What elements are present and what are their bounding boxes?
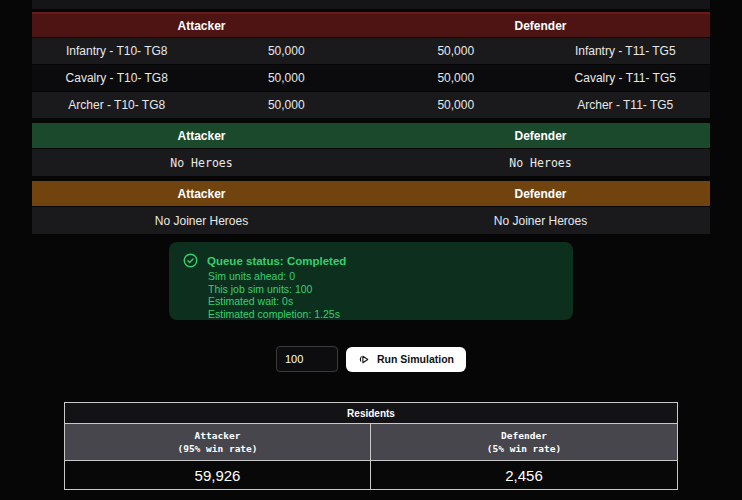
attacker-joiners-value: No Joiner Heroes (32, 214, 371, 228)
defender-troop-count: 50,000 (371, 98, 541, 112)
table-row: Cavalry - T10- TG8 50,000 50,000 Cavalry… (32, 65, 710, 91)
attacker-result-label: Attacker (195, 429, 241, 442)
defender-heroes-value: No Heroes (371, 156, 710, 170)
joiners-defender-header: Defender (371, 187, 710, 201)
heroes-defender-header: Defender (371, 129, 710, 143)
attacker-residents-value: 59,926 (65, 461, 371, 489)
attacker-troop-count: 50,000 (202, 71, 372, 85)
joiner-heroes-row: No Joiner Heroes No Joiner Heroes (32, 207, 710, 234)
run-simulation-icon (358, 353, 371, 366)
table-row: Infantry - T10- TG8 50,000 50,000 Infant… (32, 38, 710, 64)
queue-status-card: Queue status: Completed Sim units ahead:… (169, 242, 573, 320)
battle-simulator-page: Attacker Defender Infantry - T10- TG8 50… (0, 0, 742, 500)
results-table-title: Residents (65, 403, 677, 424)
troops-defender-header: Defender (371, 19, 710, 33)
attacker-heroes-value: No Heroes (32, 156, 371, 170)
sim-units-ahead-line: Sim units ahead: 0 (208, 270, 559, 283)
joiner-heroes-header-row: Attacker Defender (32, 181, 710, 206)
heroes-header-row: Attacker Defender (32, 123, 710, 148)
estimated-completion-line: Estimated completion: 1.25s (208, 308, 559, 321)
defender-troop-count: 50,000 (371, 44, 541, 58)
tables-column: Attacker Defender Infantry - T10- TG8 50… (32, 0, 710, 490)
defender-win-rate: (5% win rate) (487, 442, 561, 455)
queue-status-title: Queue status: Completed (207, 255, 346, 267)
defender-joiners-value: No Joiner Heroes (371, 214, 710, 228)
defender-result-label: Defender (501, 429, 547, 442)
attacker-troop-count: 50,000 (202, 44, 372, 58)
attacker-troop-type: Archer - T10- TG8 (32, 98, 202, 112)
defender-troop-type: Cavalry - T11- TG5 (541, 71, 711, 85)
troops-attacker-header: Attacker (32, 19, 371, 33)
heroes-row: No Heroes No Heroes (32, 149, 710, 176)
table-row: Archer - T10- TG8 50,000 50,000 Archer -… (32, 92, 710, 118)
troops-header-row: Attacker Defender (32, 12, 710, 37)
sim-units-input[interactable] (276, 346, 338, 372)
estimated-wait-line: Estimated wait: 0s (208, 295, 559, 308)
cutoff-row-strip (32, 0, 710, 9)
job-sim-units-line: This job sim units: 100 (208, 283, 559, 296)
attacker-troop-type: Cavalry - T10- TG8 (32, 71, 202, 85)
check-circle-icon (183, 253, 198, 268)
attacker-troop-count: 50,000 (202, 98, 372, 112)
defender-troop-count: 50,000 (371, 71, 541, 85)
defender-troop-type: Infantry - T11- TG5 (541, 44, 711, 58)
attacker-win-rate: (95% win rate) (177, 442, 257, 455)
attacker-result-header: Attacker (95% win rate) (65, 424, 371, 460)
defender-troop-type: Archer - T11- TG5 (541, 98, 711, 112)
run-simulation-button[interactable]: Run Simulation (346, 347, 466, 372)
attacker-troop-type: Infantry - T10- TG8 (32, 44, 202, 58)
simulation-controls: Run Simulation (32, 346, 710, 372)
heroes-attacker-header: Attacker (32, 129, 371, 143)
defender-result-header: Defender (5% win rate) (371, 424, 677, 460)
run-simulation-label: Run Simulation (377, 353, 454, 365)
residents-results-table: Residents Attacker (95% win rate) Defend… (64, 402, 678, 490)
joiners-attacker-header: Attacker (32, 187, 371, 201)
defender-residents-value: 2,456 (371, 461, 677, 489)
